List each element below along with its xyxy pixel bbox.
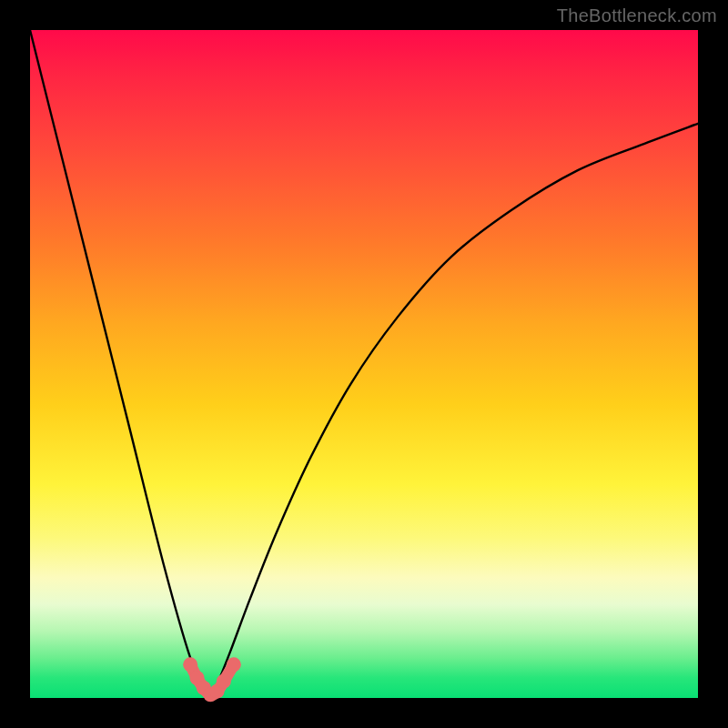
chart-stage: TheBottleneck.com	[0, 0, 728, 728]
bottleneck-curve	[30, 30, 698, 698]
curve-layer	[30, 30, 698, 698]
watermark-label: TheBottleneck.com	[557, 5, 717, 26]
marker-dot	[217, 674, 231, 689]
marker-dot	[227, 657, 241, 672]
chart-svg	[30, 30, 698, 698]
marker-layer	[183, 657, 241, 702]
marker-dot	[183, 657, 197, 672]
